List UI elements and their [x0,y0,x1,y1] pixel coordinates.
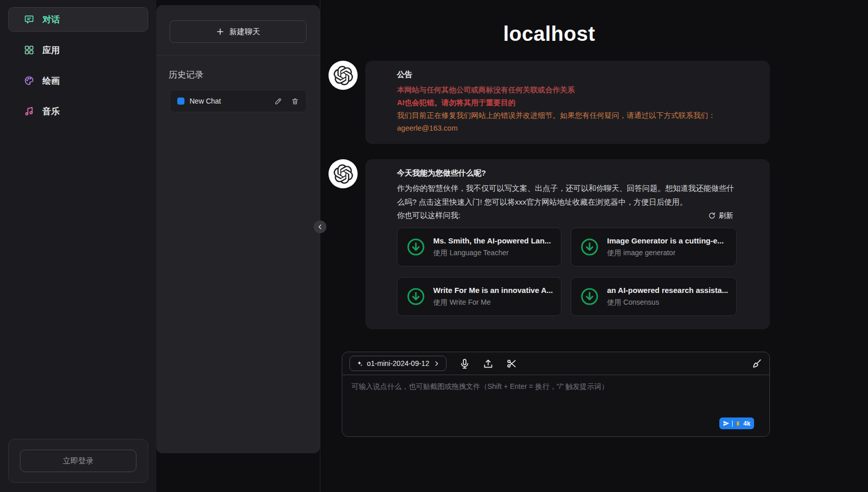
palette-icon [24,76,34,86]
welcome-title: 今天我能为您做些什么呢? [397,168,739,178]
suggestion-card[interactable]: Image Generator is a cutting-e... 使用 ima… [571,228,737,266]
welcome-bubble: 今天我能为您做些什么呢? 作为你的智慧伙伴，我不仅可以写文案、出点子，还可以和你… [365,159,770,329]
announcement-line: 本网站与任何其他公司或商标没有任何关联或合作关系 [397,85,739,95]
suggestion-card[interactable]: an AI-powered research assista... 使用 Con… [571,277,737,316]
suggestion-card[interactable]: Write For Me is an innovative A... 使用 Wr… [397,277,561,316]
chat-bubble-icon [24,14,34,24]
assistant-avatar [329,61,358,90]
sidebar-item-music[interactable]: 音乐 [8,99,148,124]
scissors-icon[interactable] [506,358,517,369]
upload-icon[interactable] [483,358,494,369]
music-note-icon [24,106,34,116]
suggestion-title: an AI-powered research assista... [607,286,728,294]
history-title: 历史记录 [156,69,320,81]
sidebar-item-label: 对话 [42,14,60,26]
openai-logo-icon [334,66,353,85]
model-selector[interactable]: o1-mini-2024-09-12 [349,356,447,371]
sidebar-item-apps[interactable]: 应用 [8,38,148,62]
suggestion-title: Ms. Smith, the AI-powered Lan... [433,236,551,245]
battery-icon [735,420,741,427]
suggestion-title: Image Generator is a cutting-e... [607,236,723,245]
paper-plane-icon [723,420,730,427]
refresh-icon [708,212,716,219]
download-circle-icon [579,237,600,257]
edit-icon[interactable] [274,97,282,105]
clear-context-broom-icon[interactable] [752,358,762,369]
ask-hint: 你也可以这样问我: [397,211,460,220]
download-circle-icon [406,286,426,307]
suggestion-subtitle: 使用 Language Teacher [433,249,551,258]
composer-body: 4k [342,375,769,436]
sidebar-item-draw[interactable]: 绘画 [8,68,148,93]
announcement-bubble: 公告 本网站与任何其他公司或商标没有任何关联或合作关系 AI也会犯错。请勿将其用… [365,61,770,144]
chevron-right-icon [433,360,440,367]
composer-toolbar: o1-mini-2024-09-12 [342,352,769,375]
collapse-sidebar-button[interactable] [314,220,326,233]
suggestion-subtitle: 使用 Consensus [607,298,728,307]
login-button[interactable]: 立即登录 [20,450,136,472]
sidebar-item-label: 绘画 [42,75,60,87]
divider [732,421,733,427]
send-button[interactable]: 4k [719,417,754,429]
chat-list-item[interactable]: New Chat [170,90,307,112]
grid-icon [24,45,34,55]
openai-logo-icon [334,164,353,184]
announcement-title: 公告 [397,70,739,80]
composer: o1-mini-2024-09-12 [342,352,770,437]
announcement-line: AI也会犯错。请勿将其用于重要目的 [397,97,739,108]
download-circle-icon [579,286,600,307]
suggestion-subtitle: 使用 Write For Me [433,298,553,307]
assistant-message: 公告 本网站与任何其他公司或商标没有任何关联或合作关系 AI也会犯错。请勿将其用… [329,61,770,144]
sidebar-item-label: 应用 [42,44,60,56]
chat-list-panel: 新建聊天 历史记录 New Chat [156,5,320,453]
chevron-left-icon [317,224,323,230]
welcome-body: 作为你的智慧伙伴，我不仅可以写文案、出点子，还可以和你聊天、回答问题。想知道我还… [397,181,739,209]
chat-main: localhost 公告 本网站与任何其他公司或商标没有任何关联或合作关系 AI… [320,0,868,492]
sparkle-icon [356,360,363,367]
sidebar-nav: 对话 应用 绘画 音乐 [8,7,148,130]
suggestion-title: Write For Me is an innovative A... [433,286,553,294]
assistant-avatar [329,159,358,188]
token-count: 4k [743,420,750,427]
plus-icon [216,28,224,36]
refresh-label: 刷新 [719,211,733,220]
chat-item-title: New Chat [190,97,265,105]
sidebar-item-chat[interactable]: 对话 [8,7,148,32]
panel-divider [156,55,320,56]
assistant-message: 今天我能为您做些什么呢? 作为你的智慧伙伴，我不仅可以写文案、出点子，还可以和你… [329,159,770,329]
page-title: localhost [329,22,770,45]
suggestion-card[interactable]: Ms. Smith, the AI-powered Lan... 使用 Lang… [397,228,561,266]
download-circle-icon [406,237,426,257]
message-input[interactable] [350,381,761,417]
sidebar: 对话 应用 绘画 音乐 立即登录 [0,0,156,492]
suggestion-grid: Ms. Smith, the AI-powered Lan... 使用 Lang… [397,228,733,316]
contact-email-link[interactable]: ageerle@163.com [397,124,458,132]
chat-messages: 公告 本网站与任何其他公司或商标没有任何关联或合作关系 AI也会犯错。请勿将其用… [329,53,770,352]
refresh-button[interactable]: 刷新 [708,211,733,220]
sidebar-item-label: 音乐 [42,106,60,117]
suggestion-subtitle: 使用 image generator [607,249,723,258]
login-card: 立即登录 [8,439,148,483]
announcement-line: 我们目前正在修复我们网站上的错误并改进细节。如果您有任何疑问，请通过以下方式联系… [397,110,739,121]
new-chat-label: 新建聊天 [229,27,260,37]
chat-color-icon [177,97,184,105]
new-chat-button[interactable]: 新建聊天 [170,20,307,43]
model-label: o1-mini-2024-09-12 [367,359,429,367]
microphone-icon[interactable] [459,358,470,369]
trash-icon[interactable] [291,97,299,105]
